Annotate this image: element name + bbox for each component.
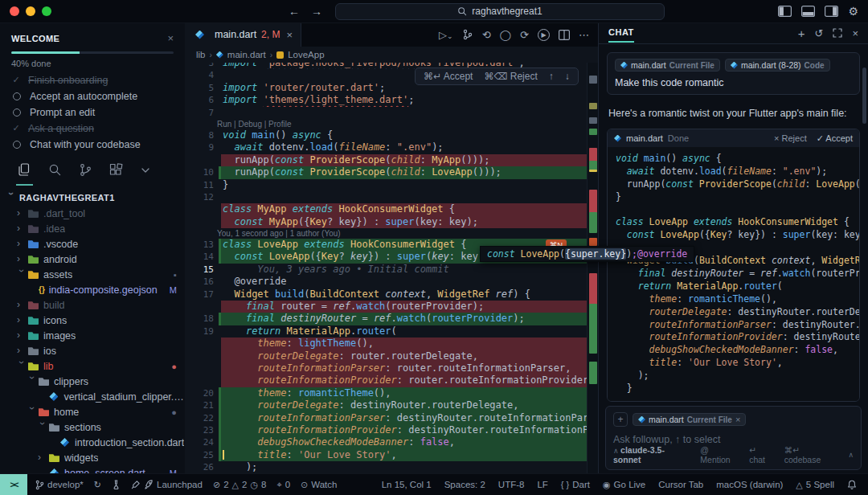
code-line[interactable]: 22 routeInformationParser: destinyRouter… bbox=[185, 412, 599, 424]
os-status[interactable]: macOS (darwin) bbox=[716, 480, 783, 489]
context-chip-code-range[interactable]: main.dart (8-28) Code bbox=[725, 59, 830, 72]
close-window-button[interactable] bbox=[10, 6, 19, 16]
tree-folder-images[interactable]: ›images bbox=[0, 328, 185, 343]
code-line[interactable]: 8void main() async { bbox=[185, 129, 599, 141]
overview-ruler[interactable] bbox=[587, 63, 599, 474]
tree-folder-assets[interactable]: ›assets▪ bbox=[0, 267, 185, 282]
explorer-root[interactable]: › RAGHAVTHEGREAT1 bbox=[0, 190, 185, 206]
code-line[interactable]: 6import 'themes/light_theme.dart'; bbox=[185, 94, 599, 106]
code-line[interactable]: 11} bbox=[185, 179, 599, 191]
tab-main-dart[interactable]: main.dart 2, M × bbox=[185, 22, 301, 47]
code-area[interactable]: 3import 'package:hooks_riverpod/hooks_ri… bbox=[185, 63, 599, 474]
tree-folder--dart-tool[interactable]: ›.dart_tool bbox=[0, 206, 185, 221]
explorer-files-icon[interactable] bbox=[18, 163, 31, 180]
code-line[interactable]: 17 Widget build(BuildContext context, Wi… bbox=[185, 288, 599, 301]
previous-change-icon[interactable]: ⟲ bbox=[482, 29, 491, 41]
go-live-button[interactable]: ◉Go Live bbox=[603, 480, 645, 490]
more-actions-icon[interactable]: ⋯ bbox=[579, 29, 589, 41]
tree-folder-clippers[interactable]: ›clippers bbox=[0, 374, 185, 389]
code-line[interactable]: 15 You, 3 years ago • Initial commit bbox=[185, 264, 599, 276]
code-line[interactable]: 9 await dotenv.load(fileName: ".env"); bbox=[185, 141, 599, 153]
welcome-item[interactable]: ✓Finish onboarding bbox=[11, 76, 174, 84]
tree-folder-ios[interactable]: ›ios bbox=[0, 343, 185, 358]
git-branch-status[interactable]: develop* bbox=[35, 480, 84, 490]
code-line[interactable]: 21 routerDelegate: destinyRouter.routerD… bbox=[185, 399, 599, 411]
minimize-window-button[interactable] bbox=[26, 6, 35, 16]
close-chat-icon[interactable]: × bbox=[852, 27, 858, 39]
cursor-position-status[interactable]: Ln 15, Col 1 bbox=[382, 480, 432, 489]
tree-folder-lib[interactable]: ›lib● bbox=[0, 358, 185, 374]
code-line[interactable]: 19 return MaterialApp.router( bbox=[185, 325, 599, 338]
launchpad-button[interactable]: Launchpad bbox=[131, 480, 203, 489]
code-line[interactable]: final router = ref.watch(routerProvider)… bbox=[185, 301, 599, 313]
expand-chat-icon[interactable] bbox=[833, 28, 842, 38]
code-line[interactable]: class MyApp extends HookConsumerWidget { bbox=[185, 203, 599, 215]
welcome-item[interactable]: Chat with your codebase bbox=[11, 140, 174, 149]
code-line[interactable]: 18 final destinyRouter = ref.watch(route… bbox=[185, 313, 599, 325]
chevron-down-icon[interactable] bbox=[140, 165, 151, 179]
chat-scrollbar[interactable] bbox=[862, 68, 866, 124]
extensions-icon[interactable] bbox=[109, 163, 123, 180]
eol-status[interactable]: LF bbox=[537, 480, 547, 489]
watch-button[interactable]: ⊙Watch bbox=[301, 480, 337, 490]
toggle-primary-sidebar-icon[interactable] bbox=[778, 6, 792, 17]
breadcrumb[interactable]: lib› main.dart› LoveApp bbox=[185, 47, 599, 63]
tree-folder-android[interactable]: ›android bbox=[0, 252, 185, 267]
next-change-icon[interactable]: ⟳ bbox=[520, 29, 529, 41]
run-file-icon[interactable]: ▶ bbox=[538, 29, 550, 41]
add-context-button[interactable]: + bbox=[613, 412, 628, 427]
chevron-up-icon[interactable]: ∧ bbox=[848, 451, 854, 459]
split-editor-icon[interactable] bbox=[559, 30, 570, 40]
toggle-panel-icon[interactable] bbox=[801, 6, 815, 17]
problems-button[interactable]: ⊘2 △2 ◷8 bbox=[213, 480, 267, 490]
send-codebase-hint[interactable]: ⌘↵ codebase bbox=[784, 445, 839, 464]
code-line[interactable]: routeInformationParser: router.routeInfo… bbox=[185, 362, 599, 374]
code-line[interactable]: theme: lightTheme(), bbox=[185, 338, 599, 350]
spell-checker-status[interactable]: △5 Spell bbox=[796, 480, 834, 490]
code-line[interactable]: routerDelegate: router.routerDelegate, bbox=[185, 350, 599, 362]
ports-button[interactable]: ⌖0 bbox=[276, 480, 290, 490]
reject-diff-button[interactable]: ⌘⌫ Reject bbox=[484, 71, 537, 82]
history-forward-button[interactable]: → bbox=[311, 5, 322, 18]
code-line[interactable]: 26 ); bbox=[185, 461, 599, 473]
code-line[interactable]: 16 @override bbox=[185, 276, 599, 288]
welcome-item[interactable]: ✓Ask a question bbox=[11, 124, 174, 133]
code-line[interactable]: 12 bbox=[185, 191, 599, 203]
revert-change-icon[interactable]: ◯ bbox=[500, 29, 512, 41]
chat-tab[interactable]: CHAT bbox=[608, 27, 634, 39]
tree-folder--idea[interactable]: ›.idea bbox=[0, 221, 185, 236]
code-line[interactable]: runApp(const ProviderScope(child: MyApp(… bbox=[185, 154, 599, 166]
next-diff-icon[interactable]: ↓ bbox=[565, 71, 570, 82]
settings-gear-icon[interactable]: ⚙ bbox=[848, 5, 858, 18]
tree-folder-widgets[interactable]: ›widgets bbox=[0, 450, 185, 465]
code-line[interactable]: 25 title: 'Our Love Story', bbox=[185, 449, 599, 461]
previous-diff-icon[interactable]: ↑ bbox=[549, 71, 554, 82]
code-line[interactable]: routeInformationProvider: router.routeIn… bbox=[185, 374, 599, 387]
code-line[interactable]: 7 bbox=[185, 107, 599, 119]
tree-folder-build[interactable]: ›build bbox=[0, 297, 185, 313]
code-line[interactable]: 10 runApp(const ProviderScope(child: Lov… bbox=[185, 166, 599, 178]
model-selector[interactable]: ∧ claude-3.5-sonnet bbox=[613, 445, 692, 464]
code-line[interactable]: 20 theme: romanticTheme(), bbox=[185, 387, 599, 399]
mention-button[interactable]: @ Mention bbox=[700, 445, 741, 464]
source-control-graph-icon[interactable] bbox=[462, 29, 473, 40]
remote-indicator[interactable]: >< bbox=[0, 474, 27, 495]
language-mode-status[interactable]: { }Dart bbox=[561, 480, 590, 489]
accept-codeblock-button[interactable]: ✓ Accept bbox=[817, 133, 853, 144]
toggle-secondary-sidebar-icon[interactable] bbox=[825, 6, 838, 17]
remove-chip-icon[interactable]: × bbox=[735, 415, 740, 424]
source-control-icon[interactable] bbox=[79, 163, 92, 180]
send-chat-hint[interactable]: ↵ chat bbox=[749, 445, 775, 464]
code-line[interactable]: 24 debugShowCheckedModeBanner: false, bbox=[185, 436, 599, 448]
tree-file-vertical-stadium-clipper-dart[interactable]: vertical_stadium_clipper.dart bbox=[0, 389, 185, 404]
encoding-status[interactable]: UTF-8 bbox=[498, 480, 525, 489]
indentation-status[interactable]: Spaces: 2 bbox=[444, 480, 485, 489]
input-context-chip[interactable]: main.dart Current File × bbox=[633, 413, 746, 426]
cursor-tab-status[interactable]: Cursor Tab bbox=[658, 480, 703, 489]
reject-codeblock-button[interactable]: × Reject bbox=[774, 133, 807, 144]
history-back-button[interactable]: ← bbox=[289, 5, 300, 18]
run-debug-button[interactable]: ▷⌄ bbox=[439, 29, 453, 41]
tree-folder--vscode[interactable]: ›.vscode bbox=[0, 236, 185, 252]
code-lens[interactable]: Run | Debug | Profile bbox=[185, 119, 599, 129]
sync-changes-button[interactable]: ↻ bbox=[94, 480, 101, 490]
